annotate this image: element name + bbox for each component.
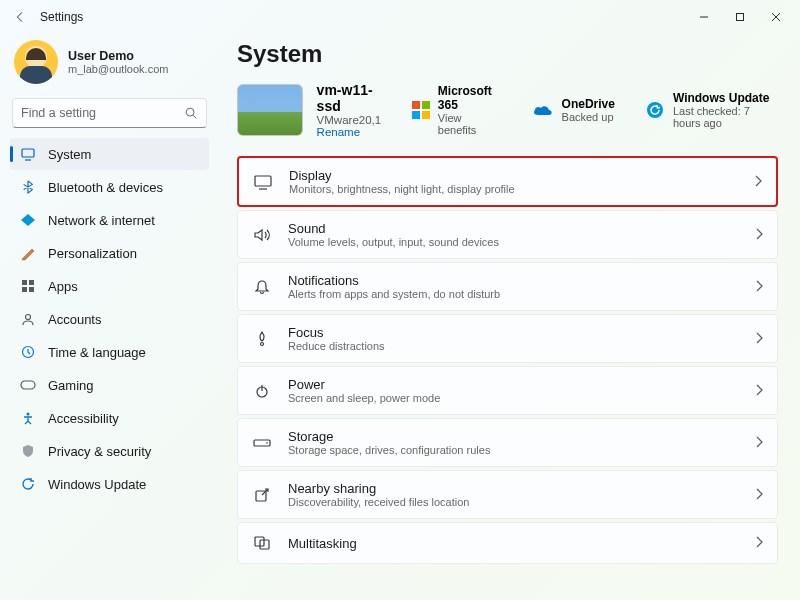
nav-bluetooth[interactable]: Bluetooth & devices	[10, 171, 209, 203]
svg-rect-3	[22, 280, 27, 285]
accessibility-icon	[20, 410, 36, 426]
chevron-right-icon	[755, 434, 763, 452]
gaming-icon	[20, 377, 36, 393]
svg-rect-6	[29, 287, 34, 292]
nav-system[interactable]: System	[10, 138, 209, 170]
card-nearby-sharing[interactable]: Nearby sharingDiscoverability, received …	[237, 470, 778, 519]
card-sub: Alerts from apps and system, do not dist…	[288, 288, 739, 300]
power-icon	[252, 381, 272, 401]
back-button[interactable]	[6, 3, 34, 31]
svg-rect-2	[22, 149, 34, 157]
chevron-right-icon	[755, 226, 763, 244]
svg-point-7	[26, 315, 31, 320]
nav-time-language[interactable]: Time & language	[10, 336, 209, 368]
chevron-right-icon	[755, 330, 763, 348]
nav-accounts[interactable]: Accounts	[10, 303, 209, 335]
nav-personalization[interactable]: Personalization	[10, 237, 209, 269]
nav-windows-update[interactable]: Windows Update	[10, 468, 209, 500]
nav-label: Time & language	[48, 345, 146, 360]
avatar	[14, 40, 58, 84]
chevron-right-icon	[755, 486, 763, 504]
notifications-icon	[252, 277, 272, 297]
pill-title: Windows Update	[673, 91, 778, 105]
card-multitasking[interactable]: Multitasking	[237, 522, 778, 564]
accounts-icon	[20, 311, 36, 327]
nearby-sharing-icon	[252, 485, 272, 505]
card-sub: Reduce distractions	[288, 340, 739, 352]
card-sound[interactable]: SoundVolume levels, output, input, sound…	[237, 210, 778, 259]
privacy-icon	[20, 443, 36, 459]
bluetooth-icon	[20, 179, 36, 195]
minimize-button[interactable]	[686, 3, 722, 31]
svg-point-13	[261, 342, 264, 345]
card-power[interactable]: PowerScreen and sleep, power mode	[237, 366, 778, 415]
nav-label: Personalization	[48, 246, 137, 261]
pill-windows-update[interactable]: Windows UpdateLast checked: 7 hours ago	[645, 91, 778, 129]
pill-sub: Backed up	[562, 111, 615, 123]
pill-microsoft365[interactable]: Microsoft 365View benefits	[412, 84, 502, 136]
device-model: VMware20,1	[317, 114, 384, 126]
page-title: System	[237, 40, 778, 68]
svg-point-1	[186, 108, 194, 116]
sidebar: User Demo m_lab@outlook.com System Bluet…	[0, 34, 215, 600]
card-storage[interactable]: StorageStorage space, drives, configurat…	[237, 418, 778, 467]
personalization-icon	[20, 245, 36, 261]
time-icon	[20, 344, 36, 360]
search-input[interactable]	[21, 106, 184, 120]
card-sub: Discoverability, received files location	[288, 496, 739, 508]
settings-cards: DisplayMonitors, brightness, night light…	[237, 156, 778, 564]
svg-point-10	[27, 413, 30, 416]
svg-rect-4	[29, 280, 34, 285]
maximize-button[interactable]	[722, 3, 758, 31]
chevron-right-icon	[755, 382, 763, 400]
device-name: vm-w11-ssd	[317, 82, 384, 114]
chevron-right-icon	[755, 534, 763, 552]
pill-onedrive[interactable]: OneDriveBacked up	[532, 97, 615, 123]
nav-privacy[interactable]: Privacy & security	[10, 435, 209, 467]
svg-rect-12	[255, 176, 271, 186]
card-title: Power	[288, 377, 739, 392]
user-profile[interactable]: User Demo m_lab@outlook.com	[10, 34, 209, 98]
pill-sub: Last checked: 7 hours ago	[673, 105, 778, 129]
nav-label: Apps	[48, 279, 78, 294]
card-sub: Volume levels, output, input, sound devi…	[288, 236, 739, 248]
window-title: Settings	[40, 10, 83, 24]
card-title: Sound	[288, 221, 739, 236]
card-notifications[interactable]: NotificationsAlerts from apps and system…	[237, 262, 778, 311]
display-icon	[253, 172, 273, 192]
pill-title: OneDrive	[562, 97, 615, 111]
onedrive-icon	[532, 99, 554, 121]
nav-label: Windows Update	[48, 477, 146, 492]
card-sub: Monitors, brightness, night light, displ…	[289, 183, 738, 195]
chevron-right-icon	[755, 278, 763, 296]
svg-rect-9	[21, 381, 35, 389]
nav-gaming[interactable]: Gaming	[10, 369, 209, 401]
card-title: Storage	[288, 429, 739, 444]
storage-icon	[252, 433, 272, 453]
card-title: Display	[289, 168, 738, 183]
titlebar: Settings	[0, 0, 800, 34]
card-focus[interactable]: FocusReduce distractions	[237, 314, 778, 363]
rename-link[interactable]: Rename	[317, 126, 384, 138]
search-icon	[184, 106, 198, 120]
user-name: User Demo	[68, 49, 168, 63]
main-panel: System vm-w11-ssd VMware20,1 Rename Micr…	[215, 34, 800, 600]
card-sub: Screen and sleep, power mode	[288, 392, 739, 404]
svg-rect-5	[22, 287, 27, 292]
windows-update-icon	[645, 99, 665, 121]
nav-apps[interactable]: Apps	[10, 270, 209, 302]
nav-network[interactable]: Network & internet	[10, 204, 209, 236]
card-display[interactable]: DisplayMonitors, brightness, night light…	[237, 156, 778, 207]
svg-point-16	[266, 442, 268, 444]
svg-point-11	[647, 102, 663, 118]
svg-rect-0	[737, 14, 744, 21]
nav-label: Gaming	[48, 378, 94, 393]
pill-title: Microsoft 365	[438, 84, 502, 112]
card-title: Multitasking	[288, 536, 739, 551]
nav-accessibility[interactable]: Accessibility	[10, 402, 209, 434]
close-button[interactable]	[758, 3, 794, 31]
update-icon	[20, 476, 36, 492]
pill-sub: View benefits	[438, 112, 502, 136]
search-box[interactable]	[12, 98, 207, 128]
nav-label: Network & internet	[48, 213, 155, 228]
